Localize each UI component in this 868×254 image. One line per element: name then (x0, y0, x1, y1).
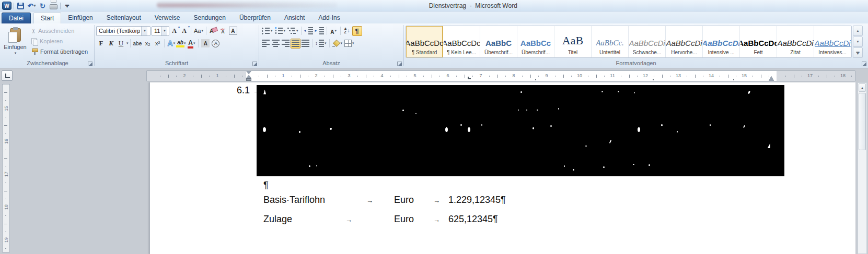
tab-stop-marker[interactable] (468, 77, 471, 79)
asian-layout-button[interactable]: ↔A ▾ (329, 26, 339, 36)
horizontal-ruler[interactable]: 211234567891011121314151718 (146, 70, 855, 81)
gallery-scroll-down-button[interactable]: ▼ (853, 37, 863, 47)
style-item-8[interactable]: AaBbCcDiHervorhe... (666, 26, 703, 57)
copy-button[interactable]: Kopieren (30, 36, 89, 46)
font-family-combobox[interactable]: Calibri (Textkörp ▾ (96, 26, 151, 36)
text-effects-button[interactable]: A▾ (166, 39, 176, 49)
tab-einf-gen[interactable]: Einfügen (61, 13, 99, 23)
strikethrough-button[interactable]: abe (132, 39, 143, 49)
italic-button[interactable]: K (106, 39, 116, 49)
show-formatting-marks-button[interactable]: ¶ (352, 26, 362, 36)
tab-mark: → (433, 216, 440, 224)
redo-button[interactable]: ↻ (38, 2, 47, 10)
separator (198, 39, 199, 47)
ruler-number: 3 (348, 73, 350, 78)
ruler-tick (472, 76, 473, 77)
increase-indent-button[interactable] (314, 26, 325, 36)
shrink-font-button[interactable]: A (179, 26, 189, 36)
subscript-button[interactable]: x₂ (143, 39, 153, 49)
phonetic-guide-button[interactable]: abcA (218, 26, 228, 36)
tab-verweise[interactable]: Verweise (148, 13, 187, 23)
tab-add-ins[interactable]: Add-Ins (311, 13, 346, 23)
ruler-number: 1 (216, 73, 218, 78)
bullets-button[interactable]: ▾ (261, 26, 274, 36)
enclose-characters-button[interactable]: A (211, 39, 221, 49)
tab-seitenlayout[interactable]: Seitenlayout (100, 13, 148, 23)
style-item-7[interactable]: AaBbCcDiSchwache... (629, 26, 666, 57)
font-dialog-launcher[interactable] (252, 62, 257, 66)
font-size-combobox[interactable]: 11 ▾ (152, 26, 169, 36)
borders-button[interactable]: ▾ (343, 39, 355, 49)
vertical-ruler[interactable]: 1516171819 (2, 84, 10, 252)
first-line-indent-marker[interactable] (246, 71, 251, 74)
cut-button[interactable]: ✂ Ausschneiden (30, 26, 89, 36)
tab-start[interactable]: Start (33, 13, 61, 23)
ruler-tick (571, 76, 572, 77)
tab--berpr-fen[interactable]: Überprüfen (233, 13, 277, 23)
format-painter-button[interactable]: Format übertragen (30, 46, 89, 57)
image-speck (638, 127, 640, 132)
ruler-tick (168, 75, 169, 78)
font-color-button[interactable]: A▾ (187, 39, 196, 49)
undo-button[interactable]: ↶▾ (27, 2, 36, 10)
style-item-5[interactable]: AaBTitel (554, 26, 592, 57)
style-item-11[interactable]: AaBbCcDiZitat (777, 26, 814, 57)
style-sample: AaBbCcDc (444, 34, 480, 47)
gallery-more-button[interactable]: ▬▼ (853, 47, 863, 58)
style-sample: AaBbCcDi (666, 34, 702, 47)
style-item-10[interactable]: AaBbCcDcFett (740, 26, 777, 57)
character-border-button[interactable]: A (228, 26, 238, 36)
tab-selector-button[interactable] (2, 70, 13, 81)
vertical-scrollbar[interactable]: ▲ (858, 82, 867, 254)
align-center-button[interactable] (271, 39, 281, 49)
tab-sendungen[interactable]: Sendungen (187, 13, 232, 23)
tab-ansicht[interactable]: Ansicht (277, 13, 311, 23)
distribute-text-button[interactable] (300, 39, 310, 49)
ruler-tick (366, 75, 366, 78)
shading-button[interactable]: ▾ (331, 39, 344, 49)
document-page[interactable]: 6.1 → ¶ Basis·Tariflohn→Euro→1.229,12345… (149, 82, 855, 254)
style-item-6[interactable]: AaBbCc.Untertitel (592, 26, 629, 57)
quick-print-button[interactable] (49, 2, 58, 10)
clear-formatting-button[interactable]: A (208, 26, 218, 36)
right-indent-marker[interactable] (769, 76, 774, 81)
numbering-button[interactable]: ▾ (274, 26, 287, 36)
clipboard-dialog-launcher[interactable] (88, 62, 92, 66)
bold-button[interactable]: F (96, 39, 106, 49)
paragraph-dialog-launcher[interactable] (397, 62, 402, 66)
align-right-button[interactable] (281, 39, 291, 49)
style-item-1[interactable]: AaBbCcDc¶ Standard (406, 26, 443, 57)
styles-dialog-launcher[interactable] (862, 62, 866, 66)
decrease-indent-button[interactable] (303, 26, 314, 36)
align-left-button[interactable] (261, 39, 271, 49)
scroll-up-button[interactable]: ▲ (859, 83, 866, 92)
sort-icon: AZ ↓ (344, 28, 350, 34)
scrollbar-thumb[interactable] (859, 93, 866, 150)
text-highlight-button[interactable]: ab▾ (176, 39, 187, 49)
multilevel-list-button[interactable]: ▾ (286, 26, 299, 36)
ruler-tick (407, 76, 407, 77)
ruler-tick (596, 75, 597, 78)
style-item-3[interactable]: AaBbCÜberschrif... (480, 26, 517, 57)
style-item-4[interactable]: AaBbCcÜberschrif... (517, 26, 554, 57)
line-spacing-button[interactable]: ▾ (314, 39, 328, 49)
style-item-9[interactable]: AaBbCcDiIntensive ... (703, 26, 740, 57)
paste-button[interactable]: Einfügen ▾ (3, 26, 28, 58)
underline-button[interactable]: U (116, 39, 126, 49)
customize-qat-button[interactable]: ▬▾ (63, 2, 72, 10)
left-indent-marker[interactable] (246, 78, 251, 81)
style-item-2[interactable]: AaBbCcDc¶ Kein Lee... (443, 26, 480, 57)
chevron-down-icon: ▾ (161, 27, 167, 35)
style-sample: AaBbCcDi (703, 34, 739, 47)
change-case-button[interactable]: Aa▾ (193, 26, 204, 36)
image-speck (445, 127, 448, 132)
tab-datei[interactable]: Datei (2, 13, 31, 23)
style-item-12[interactable]: AaBbCcDiIntensives... (814, 26, 851, 57)
justify-button[interactable] (291, 39, 300, 49)
save-button[interactable] (16, 2, 25, 10)
gallery-scroll-up-button[interactable]: ▲ (853, 26, 863, 36)
grow-font-button[interactable]: A (169, 26, 179, 36)
character-shading-button[interactable]: A (200, 39, 211, 49)
sort-button[interactable]: AZ ↓ (342, 26, 352, 36)
superscript-button[interactable]: x² (153, 39, 163, 49)
